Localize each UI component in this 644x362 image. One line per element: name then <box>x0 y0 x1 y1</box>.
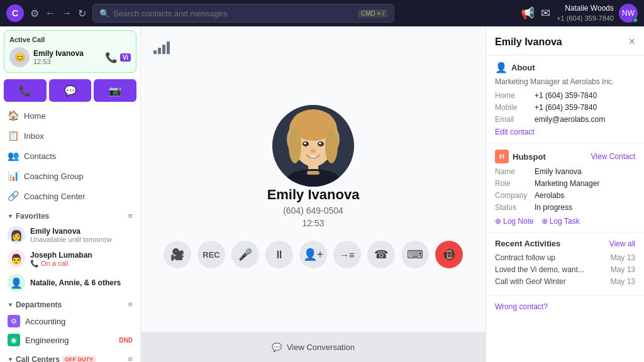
message-icon[interactable]: ✉ <box>541 6 550 20</box>
search-input[interactable] <box>113 9 354 18</box>
about-email: Email emily@aerolabs.com <box>495 115 635 124</box>
activity-name: Call with Geof Winter <box>495 277 566 286</box>
svg-point-12 <box>311 149 316 153</box>
sidebar-item-home[interactable]: 🏠 Home <box>0 106 140 126</box>
transfer-button[interactable]: →≡ <box>333 241 361 268</box>
call-centers-header: ▼ Call Centers OFF DUTY ≡ <box>0 349 140 362</box>
activity-date: May 13 <box>611 265 635 274</box>
about-section: 👤 About Marketing Manager at Aerolabs In… <box>486 55 644 143</box>
search-bar[interactable]: 🔍 CMD + / <box>92 4 394 23</box>
video-ctrl-button[interactable]: 🎥 <box>164 241 191 268</box>
status-value: In progress <box>535 203 572 212</box>
video-button[interactable]: 📷 <box>94 79 136 102</box>
departments-menu-icon[interactable]: ≡ <box>128 300 133 309</box>
coaching-center-label: Coaching Center <box>24 192 86 201</box>
about-mobile: Mobile +1 (604) 359-7840 <box>495 103 635 112</box>
department-item-accounting[interactable]: ⚙ Accounting <box>0 312 140 331</box>
logo: C <box>6 4 24 22</box>
log-note-button[interactable]: ⊕ Log Note <box>495 217 534 226</box>
favorites-header: ▼ Favorites ≡ <box>0 206 140 223</box>
coaching-center-icon: 🔗 <box>8 190 19 202</box>
close-button[interactable]: × <box>628 35 635 48</box>
favorite-avatar: 👩 <box>8 226 25 244</box>
view-all-link[interactable]: View all <box>609 239 635 248</box>
sidebar-item-coaching-group[interactable]: 📊 Coaching Group <box>0 166 140 186</box>
hubspot-name: Name Emily Ivanova <box>495 167 635 176</box>
avatar[interactable]: NW <box>619 4 638 23</box>
activity-name: Loved the Vi demo, want... <box>495 265 584 274</box>
keypad-button[interactable]: ⌨ <box>401 241 429 268</box>
recent-activities-header: Recent Activities View all <box>495 239 635 248</box>
end-call-icon[interactable]: 📞 <box>105 52 118 63</box>
log-task-button[interactable]: ⊕ Log Task <box>541 217 580 226</box>
about-home: Home +1 (604) 359-7840 <box>495 91 635 100</box>
department-item-engineering[interactable]: ◉ Engineering DND <box>0 331 140 349</box>
list-item[interactable]: 👩 Emily Ivanova Unavailable until tomorr… <box>0 223 140 247</box>
person-icon: 👤 <box>495 62 508 74</box>
user-phone: +1 (604) 359-7840 <box>557 14 614 23</box>
notify-icon[interactable]: 📢 <box>521 6 535 20</box>
svg-rect-7 <box>307 171 319 175</box>
end-call-button[interactable]: 📵 <box>435 241 463 268</box>
contact-phone: (604) 649-0504 <box>283 206 343 216</box>
activity-date: May 13 <box>611 277 635 286</box>
dnd-badge: DND <box>119 337 133 344</box>
engineering-label: Engineering <box>25 336 114 345</box>
user-name: Natalie Woods <box>557 4 614 14</box>
active-call-panel: Active Call 😊 Emily Ivanova 12:53 📞 Vi <box>4 30 136 73</box>
wrong-contact-link[interactable]: Wrong contact? <box>486 296 644 317</box>
sidebar-item-contacts[interactable]: 👥 Contacts <box>0 146 140 166</box>
sidebar-item-coaching-center[interactable]: 🔗 Coaching Center <box>0 186 140 206</box>
favorite-status: 📞 On a call <box>30 260 133 268</box>
sidebar-item-inbox[interactable]: 📋 Inbox <box>0 126 140 146</box>
view-conversation-button[interactable]: 💬 View Conversation <box>141 332 486 362</box>
edit-contact-link[interactable]: Edit contact <box>495 128 535 136</box>
dialpad-button[interactable]: ☎ <box>367 241 395 268</box>
user-info: Natalie Woods +1 (604) 359-7840 NW <box>557 4 638 23</box>
view-conversation-label: View Conversation <box>287 343 355 352</box>
company-label: Company <box>495 191 530 200</box>
favorite-info: Natalie, Annie, & 6 others <box>30 278 133 287</box>
favorites-menu-icon[interactable]: ≡ <box>128 211 133 221</box>
engineering-icon: ◉ <box>8 334 20 346</box>
log-actions: ⊕ Log Note ⊕ Log Task <box>495 217 635 226</box>
sidebar: Active Call 😊 Emily Ivanova 12:53 📞 Vi 📞… <box>0 26 141 362</box>
refresh-icon[interactable]: ↻ <box>78 8 86 19</box>
record-button[interactable]: REC <box>197 241 225 268</box>
list-item[interactable]: 👨 Joseph Lumaban 📞 On a call <box>0 247 140 271</box>
back-icon[interactable]: ← <box>45 8 55 19</box>
favorite-avatar: 👤 <box>8 274 25 292</box>
right-panel-header: Emily Ivanova × <box>486 26 644 55</box>
name-label: Name <box>495 167 530 176</box>
bar3 <box>162 45 165 54</box>
forward-icon[interactable]: → <box>62 8 72 19</box>
chevron-down-icon: ▼ <box>8 302 13 308</box>
view-contact-link[interactable]: View Contact <box>591 152 635 161</box>
mute-button[interactable]: 🎤 <box>231 241 259 268</box>
call-timer: 12:53 <box>302 218 324 228</box>
settings-icon[interactable]: ⚙ <box>30 8 39 19</box>
add-participant-button[interactable]: 👤+ <box>299 241 327 268</box>
main-layout: Active Call 😊 Emily Ivanova 12:53 📞 Vi 📞… <box>0 26 644 362</box>
inbox-label: Inbox <box>24 131 44 141</box>
online-indicator <box>633 18 638 23</box>
coaching-group-icon: 📊 <box>8 170 19 182</box>
activity-name: Contract follow up <box>495 253 555 262</box>
favorite-status: Unavailable until tomorrow <box>30 236 133 243</box>
keyboard-shortcut: CMD + / <box>358 9 387 18</box>
phone-button[interactable]: 📞 <box>4 79 47 102</box>
hubspot-header: H Hubspot View Contact <box>495 150 635 163</box>
list-item[interactable]: 👤 Natalie, Annie, & 6 others <box>0 271 140 295</box>
hubspot-status: Status In progress <box>495 203 635 212</box>
contacts-label: Contacts <box>24 151 56 161</box>
contact-photo <box>272 105 354 187</box>
favorite-name: Natalie, Annie, & 6 others <box>30 278 133 287</box>
call-centers-menu-icon[interactable]: ≡ <box>128 354 133 362</box>
pause-button[interactable]: ⏸ <box>265 241 293 268</box>
about-subtitle: Marketing Manager at Aerolabs Inc. <box>495 77 635 86</box>
recent-activities-section: Recent Activities View all Contract foll… <box>486 233 644 296</box>
home-icon: 🏠 <box>8 110 19 121</box>
search-icon: 🔍 <box>99 9 109 18</box>
message-button[interactable]: 💬 <box>49 79 92 102</box>
right-panel: Emily Ivanova × 👤 About Marketing Manage… <box>486 26 644 362</box>
